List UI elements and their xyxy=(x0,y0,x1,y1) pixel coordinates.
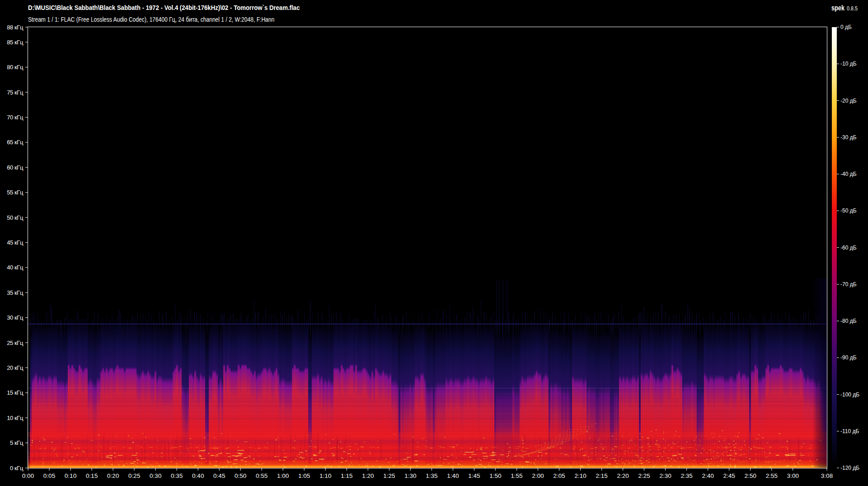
svg-text:Stream 1 / 1: FLAC (Free Lossl: Stream 1 / 1: FLAC (Free Lossless Audio … xyxy=(28,16,274,23)
svg-text:0:50: 0:50 xyxy=(235,472,246,479)
svg-text:1:00: 1:00 xyxy=(277,472,289,479)
svg-text:2:15: 2:15 xyxy=(596,472,608,479)
svg-text:55 кГц: 55 кГц xyxy=(7,189,24,196)
svg-text:0:35: 0:35 xyxy=(171,472,183,479)
svg-text:2:50: 2:50 xyxy=(745,472,756,479)
svg-text:0 дБ: 0 дБ xyxy=(840,24,852,30)
svg-text:-50 дБ: -50 дБ xyxy=(840,208,857,214)
svg-text:-100 дБ: -100 дБ xyxy=(840,392,859,398)
svg-text:0:40: 0:40 xyxy=(192,472,204,479)
svg-text:85 кГц: 85 кГц xyxy=(7,39,24,46)
svg-text:0:05: 0:05 xyxy=(43,472,55,479)
svg-text:70 кГц: 70 кГц xyxy=(7,114,24,121)
svg-text:-30 дБ: -30 дБ xyxy=(840,134,857,141)
svg-text:2:55: 2:55 xyxy=(766,472,778,479)
svg-text:D:\MUSIC\Black Sabbath\Black S: D:\MUSIC\Black Sabbath\Black Sabbath - 1… xyxy=(28,4,300,11)
svg-text:-70 дБ: -70 дБ xyxy=(840,281,857,288)
svg-text:50 кГц: 50 кГц xyxy=(7,214,24,221)
svg-text:0:30: 0:30 xyxy=(150,472,161,479)
svg-text:2:00: 2:00 xyxy=(532,472,544,479)
svg-text:1:10: 1:10 xyxy=(320,472,331,479)
svg-text:-20 дБ: -20 дБ xyxy=(840,98,857,104)
svg-text:1:35: 1:35 xyxy=(426,472,438,479)
svg-text:2:10: 2:10 xyxy=(575,472,586,479)
svg-text:0:00: 0:00 xyxy=(22,472,34,479)
svg-text:1:25: 1:25 xyxy=(383,472,395,479)
svg-text:-10 дБ: -10 дБ xyxy=(840,61,857,67)
svg-text:65 кГц: 65 кГц xyxy=(7,139,24,146)
svg-text:-80 дБ: -80 дБ xyxy=(840,318,857,324)
svg-text:2:05: 2:05 xyxy=(553,472,565,479)
svg-text:-90 дБ: -90 дБ xyxy=(840,354,857,361)
svg-text:25 кГц: 25 кГц xyxy=(7,340,24,346)
svg-text:2:35: 2:35 xyxy=(681,472,693,479)
svg-text:30 кГц: 30 кГц xyxy=(7,314,24,321)
svg-text:2:25: 2:25 xyxy=(638,472,650,479)
svg-text:0.8.5: 0.8.5 xyxy=(847,5,858,12)
svg-text:0:20: 0:20 xyxy=(107,472,119,479)
svg-text:2:30: 2:30 xyxy=(660,472,671,479)
svg-text:1:45: 1:45 xyxy=(468,472,480,479)
svg-text:0:15: 0:15 xyxy=(86,472,98,479)
svg-text:40 кГц: 40 кГц xyxy=(7,264,24,271)
svg-text:75 кГц: 75 кГц xyxy=(7,89,24,96)
svg-text:0 кГц: 0 кГц xyxy=(10,465,24,472)
svg-text:35 кГц: 35 кГц xyxy=(7,289,24,296)
svg-text:3:00: 3:00 xyxy=(787,472,799,479)
svg-text:0:45: 0:45 xyxy=(213,472,225,479)
svg-text:1:50: 1:50 xyxy=(490,472,501,479)
svg-text:10 кГц: 10 кГц xyxy=(7,415,24,421)
svg-text:-40 дБ: -40 дБ xyxy=(840,171,857,177)
svg-text:-60 дБ: -60 дБ xyxy=(840,245,857,251)
svg-text:2:20: 2:20 xyxy=(617,472,629,479)
svg-text:88 кГц: 88 кГц xyxy=(7,24,24,31)
svg-text:45 кГц: 45 кГц xyxy=(7,239,24,246)
svg-text:2:40: 2:40 xyxy=(702,472,714,479)
svg-text:0:55: 0:55 xyxy=(256,472,268,479)
svg-text:spek: spek xyxy=(831,4,844,12)
svg-text:1:55: 1:55 xyxy=(511,472,523,479)
svg-text:-120 дБ: -120 дБ xyxy=(840,465,859,471)
svg-text:1:30: 1:30 xyxy=(405,472,416,479)
svg-text:5 кГц: 5 кГц xyxy=(10,439,24,446)
svg-text:0:25: 0:25 xyxy=(128,472,140,479)
svg-text:1:05: 1:05 xyxy=(298,472,310,479)
svg-text:15 кГц: 15 кГц xyxy=(7,389,24,396)
svg-text:60 кГц: 60 кГц xyxy=(7,164,24,171)
svg-text:20 кГц: 20 кГц xyxy=(7,364,24,371)
svg-text:80 кГц: 80 кГц xyxy=(7,64,24,71)
svg-text:1:40: 1:40 xyxy=(447,472,459,479)
svg-text:1:15: 1:15 xyxy=(341,472,353,479)
svg-text:1:20: 1:20 xyxy=(362,472,374,479)
svg-text:-110 дБ: -110 дБ xyxy=(840,428,859,434)
svg-text:0:10: 0:10 xyxy=(65,472,76,479)
svg-text:3:08: 3:08 xyxy=(821,472,833,479)
svg-text:2:45: 2:45 xyxy=(723,472,735,479)
